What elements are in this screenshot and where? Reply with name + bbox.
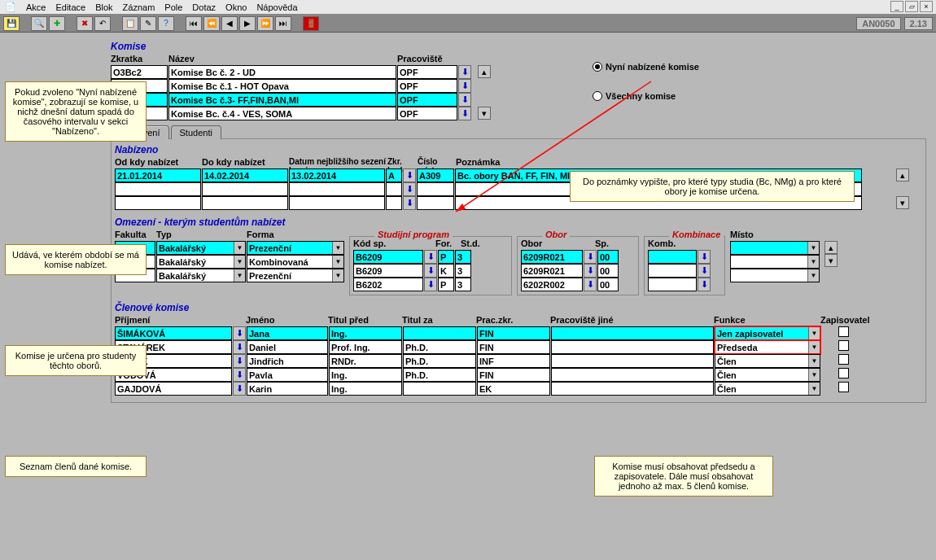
nab-datum[interactable] (289, 168, 385, 182)
komise-pracoviste[interactable] (397, 79, 457, 93)
copy-icon[interactable]: 📋 (122, 16, 138, 31)
cl-prac-zkr[interactable] (477, 340, 550, 354)
scroll-up-icon[interactable]: ▴ (896, 168, 909, 182)
cl-prac-jine[interactable] (551, 368, 714, 382)
scroll-down-icon[interactable]: ▾ (824, 254, 838, 267)
om-kod[interactable] (353, 250, 423, 264)
nab-datum-2[interactable] (289, 182, 385, 196)
cl-prac-zkr[interactable] (477, 368, 550, 382)
scroll-up-icon[interactable]: ▴ (478, 65, 491, 78)
om-komb[interactable] (648, 250, 697, 264)
cl-titul-za[interactable] (403, 326, 476, 340)
undo-icon[interactable]: ↶ (94, 16, 111, 31)
lov-icon[interactable]: ⬇ (584, 250, 597, 264)
nab-zkr[interactable] (386, 168, 402, 182)
komise-nazev[interactable] (168, 93, 396, 107)
cl-funkce[interactable]: Člen▼ (715, 368, 820, 382)
komise-pracoviste[interactable] (397, 107, 457, 120)
om-for[interactable] (438, 264, 454, 278)
cl-prijmeni[interactable] (115, 382, 232, 396)
cl-jmeno[interactable] (247, 368, 328, 382)
om-kod[interactable] (353, 264, 423, 278)
cl-titul-za[interactable] (403, 382, 476, 396)
nab-od[interactable] (115, 168, 201, 182)
lov-icon[interactable]: ⬇ (424, 250, 437, 264)
om-misto[interactable]: ▼ (730, 269, 820, 282)
scroll-down-icon[interactable]: ▾ (478, 107, 491, 120)
cl-prac-jine[interactable] (551, 382, 714, 396)
lov-icon[interactable]: ⬇ (698, 264, 711, 278)
lov-icon[interactable]: ⬇ (458, 93, 471, 107)
lov-icon[interactable]: ⬇ (233, 382, 246, 396)
komise-zkratka[interactable] (111, 65, 168, 79)
cl-prac-zkr[interactable] (477, 326, 550, 340)
lov-icon[interactable]: ⬇ (458, 79, 471, 93)
cl-funkce[interactable]: Předseda▼ (715, 340, 820, 354)
nab-do-2[interactable] (202, 182, 288, 196)
nab-datum-3[interactable] (289, 196, 385, 210)
om-std[interactable] (455, 264, 471, 278)
cl-prac-jine[interactable] (551, 340, 714, 354)
cl-prijmeni[interactable] (115, 326, 232, 340)
om-forma[interactable]: Kombinovaná▼ (247, 255, 344, 269)
om-typ[interactable]: Bakalářský▼ (156, 255, 246, 269)
menu-pole[interactable]: Pole (164, 2, 182, 12)
cl-titul-za[interactable] (403, 354, 476, 368)
menu-blok[interactable]: Blok (95, 2, 112, 12)
nab-cislo[interactable] (417, 168, 454, 182)
lov-icon[interactable]: ⬇ (403, 182, 416, 196)
om-misto[interactable]: ▼ (730, 241, 820, 255)
edit-icon[interactable]: ✎ (140, 16, 156, 31)
menu-editace[interactable]: Editace (55, 2, 85, 12)
next-icon[interactable]: ▶ (239, 16, 256, 31)
om-sp[interactable] (597, 250, 619, 264)
cl-titul-pred[interactable] (329, 326, 402, 340)
menu-zaznam[interactable]: Záznam (123, 2, 155, 12)
save-icon[interactable]: 💾 (3, 16, 20, 31)
menu-akce[interactable]: Akce (26, 2, 46, 12)
cl-prac-zkr[interactable] (477, 382, 550, 396)
first-icon[interactable]: ⏮ (186, 16, 202, 31)
prev-icon[interactable]: ◀ (221, 16, 238, 31)
last-icon[interactable]: ⏭ (275, 16, 291, 31)
om-obor[interactable] (521, 264, 583, 278)
komise-pracoviste[interactable] (397, 93, 457, 107)
om-obor[interactable] (521, 278, 583, 291)
nab-od-2[interactable] (115, 182, 201, 196)
cl-zapisovatel-checkbox[interactable] (838, 340, 849, 351)
komise-pracoviste[interactable] (397, 65, 457, 79)
nab-do[interactable] (202, 168, 288, 182)
prev-page-icon[interactable]: ⏪ (203, 16, 220, 31)
cl-zapisovatel-checkbox[interactable] (838, 382, 849, 392)
next-page-icon[interactable]: ⏩ (257, 16, 273, 31)
om-obor[interactable] (521, 250, 583, 264)
cl-prac-jine[interactable] (551, 354, 714, 368)
tab-studenti[interactable]: Studenti (171, 125, 221, 139)
cl-prac-jine[interactable] (551, 326, 714, 340)
om-for[interactable] (438, 278, 454, 291)
lov-icon[interactable]: ⬇ (233, 326, 246, 340)
radio-vsechny[interactable]: Všechny komise (593, 91, 699, 101)
lov-icon[interactable]: ⬇ (458, 65, 471, 79)
exit-icon[interactable]: 🚪 (303, 16, 319, 31)
om-forma[interactable]: Prezenční▼ (247, 241, 344, 255)
cl-funkce[interactable]: Jen zapisovatel▼ (715, 326, 820, 340)
om-std[interactable] (455, 278, 471, 291)
cl-funkce[interactable]: Člen▼ (715, 382, 820, 396)
om-komb[interactable] (648, 264, 697, 278)
lov-icon[interactable]: ⬇ (698, 278, 711, 291)
print-icon[interactable]: 🔍 (31, 16, 47, 31)
min-button[interactable]: _ (890, 1, 903, 12)
komise-nazev[interactable] (168, 107, 396, 120)
cl-zapisovatel-checkbox[interactable] (838, 326, 849, 337)
nab-do-3[interactable] (202, 196, 288, 210)
cl-titul-za[interactable] (403, 340, 476, 354)
lov-icon[interactable]: ⬇ (403, 168, 416, 182)
cl-funkce[interactable]: Člen▼ (715, 354, 820, 368)
lov-icon[interactable]: ⬇ (233, 368, 246, 382)
nab-zkr-3[interactable] (386, 196, 402, 210)
lov-icon[interactable]: ⬇ (584, 278, 597, 291)
cl-titul-pred[interactable] (329, 382, 402, 396)
scroll-up-icon[interactable]: ▴ (824, 241, 838, 254)
cl-zapisovatel-checkbox[interactable] (838, 368, 849, 378)
